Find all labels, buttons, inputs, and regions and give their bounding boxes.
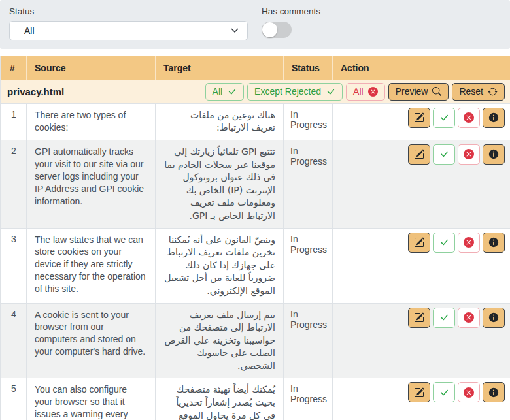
info-button[interactable] [483, 108, 505, 128]
target-text: هناك نوعين من ملفات تعريف الارتباط: [156, 103, 284, 140]
edit-button[interactable] [408, 382, 430, 402]
edit-button[interactable] [408, 108, 430, 128]
info-circle-icon [488, 312, 499, 323]
status-text: In Progress [284, 378, 333, 420]
filter-panel: Status All Has comments [0, 0, 510, 49]
approve-button[interactable] [433, 108, 455, 128]
row-number: 1 [1, 103, 27, 140]
row-number: 4 [1, 303, 27, 378]
segments-table-wrap: # Source Target Status Action privacy.ht… [0, 56, 510, 420]
check-icon [227, 87, 237, 97]
x-circle-icon [368, 87, 378, 97]
col-header-target: Target [156, 56, 284, 80]
row-number: 2 [1, 140, 27, 228]
reject-button[interactable] [458, 144, 480, 165]
edit-button[interactable] [408, 308, 430, 328]
file-name: privacy.html [6, 86, 64, 97]
preview-button[interactable]: Preview [388, 83, 449, 101]
info-button[interactable] [483, 308, 505, 328]
edit-button[interactable] [408, 144, 430, 165]
x-circle-icon [464, 112, 474, 123]
check-icon [439, 112, 449, 123]
refresh-icon [488, 87, 498, 97]
reject-all-label: All [353, 86, 364, 97]
reject-button[interactable] [458, 382, 480, 402]
status-select-value: All [24, 25, 35, 36]
row-number: 3 [1, 228, 27, 303]
pencil-square-icon [414, 312, 424, 323]
check-icon [439, 237, 449, 248]
status-text: In Progress [284, 228, 333, 303]
except-rejected-label: Except Rejected [254, 86, 321, 97]
check-icon [326, 87, 335, 97]
file-row: privacy.html All Except Rejected [1, 80, 510, 104]
target-text: تتتبع GPI تلقائياً زيارتك إلى موقعنا عبر… [156, 140, 284, 228]
table-row: 2 GPI automatically tracks your visit to… [1, 140, 510, 228]
table-row: 4 A cookie is sent to your browser from … [1, 303, 510, 378]
status-filter-label: Status [9, 7, 262, 16]
table-row: 3 The law states that we can store cooki… [1, 228, 510, 303]
table-row: 5 You can also configure your browser so… [1, 378, 510, 420]
reject-all-button[interactable]: All [346, 83, 385, 101]
info-circle-icon [488, 112, 499, 123]
check-icon [439, 149, 449, 159]
approve-button[interactable] [433, 308, 455, 328]
status-text: In Progress [284, 140, 333, 228]
search-icon [432, 87, 441, 96]
preview-label: Preview [396, 86, 428, 97]
check-icon [439, 387, 449, 398]
source-text: A cookie is sent to your browser from ou… [27, 303, 156, 378]
table-header-row: # Source Target Status Action [1, 56, 510, 80]
source-text: GPI automatically tracks your visit to o… [27, 140, 156, 228]
approve-button[interactable] [433, 382, 455, 402]
reject-button[interactable] [458, 233, 480, 253]
source-text: You can also configure your browser so t… [27, 378, 156, 420]
row-number: 5 [1, 378, 27, 420]
pencil-square-icon [414, 112, 424, 123]
pencil-square-icon [414, 149, 424, 159]
pencil-square-icon [414, 387, 424, 398]
info-button[interactable] [483, 382, 505, 402]
reset-button[interactable]: Reset [452, 83, 505, 101]
check-icon [439, 312, 449, 323]
approve-all-label: All [212, 86, 223, 97]
target-text: يُمكنك أيضاً تهيئة متصفحك بحيث يُصدر إشع… [156, 378, 284, 420]
info-button[interactable] [483, 233, 505, 253]
pencil-square-icon [414, 237, 424, 248]
status-text: In Progress [284, 103, 333, 140]
source-text: The law states that we can store cookies… [27, 228, 156, 303]
reject-button[interactable] [458, 308, 480, 328]
col-header-status: Status [284, 56, 333, 80]
table-row: 1 There are two types of cookies: هناك ن… [1, 103, 510, 140]
toggle-knob [262, 22, 277, 37]
x-circle-icon [464, 149, 474, 159]
target-text: وينصّ القانون على أنه يُمكننا تخزين ملفا… [156, 228, 284, 303]
target-text: يتم إرسال ملف تعريف الارتباط إلى متصفحك … [156, 303, 284, 378]
reset-label: Reset [459, 86, 483, 97]
status-select[interactable]: All [9, 21, 248, 40]
edit-button[interactable] [408, 233, 430, 253]
col-header-number: # [1, 56, 27, 80]
x-circle-icon [464, 387, 474, 398]
status-text: In Progress [284, 303, 333, 378]
info-circle-icon [488, 387, 499, 398]
approve-except-rejected-button[interactable]: Except Rejected [247, 83, 343, 101]
source-text: There are two types of cookies: [27, 103, 156, 140]
info-circle-icon [488, 149, 499, 159]
info-button[interactable] [483, 144, 505, 165]
approve-button[interactable] [433, 144, 455, 165]
col-header-action: Action [333, 56, 510, 80]
has-comments-toggle[interactable] [262, 22, 292, 38]
segments-table: # Source Target Status Action privacy.ht… [0, 56, 510, 420]
reject-button[interactable] [458, 108, 480, 128]
col-header-source: Source [27, 56, 156, 80]
approve-button[interactable] [433, 233, 455, 253]
approve-all-button[interactable]: All [205, 83, 245, 101]
chevron-down-icon [231, 28, 239, 33]
x-circle-icon [464, 237, 474, 248]
x-circle-icon [464, 312, 474, 323]
has-comments-label: Has comments [262, 7, 320, 16]
info-circle-icon [488, 237, 499, 248]
